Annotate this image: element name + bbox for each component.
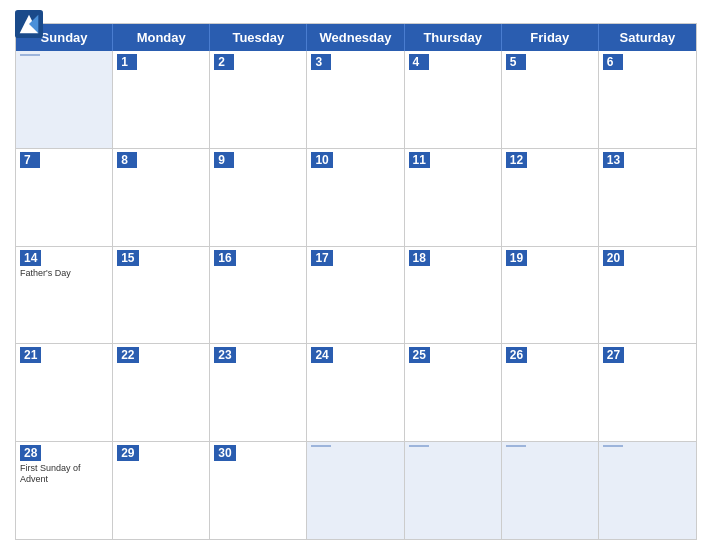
day-cell: 8 xyxy=(113,149,210,246)
day-number: 4 xyxy=(409,54,429,70)
calendar-page: SundayMondayTuesdayWednesdayThursdayFrid… xyxy=(0,0,712,550)
day-cell: 1 xyxy=(113,51,210,148)
weekday-header-thursday: Thursday xyxy=(405,24,502,51)
day-cell: 17 xyxy=(307,247,404,344)
day-number: 16 xyxy=(214,250,235,266)
day-cell: 14Father's Day xyxy=(16,247,113,344)
day-cell: 18 xyxy=(405,247,502,344)
day-number-empty xyxy=(20,54,40,56)
calendar-grid: SundayMondayTuesdayWednesdayThursdayFrid… xyxy=(15,23,697,540)
day-number: 30 xyxy=(214,445,235,461)
day-cell: 5 xyxy=(502,51,599,148)
day-cell: 13 xyxy=(599,149,696,246)
day-cell: 28First Sunday of Advent xyxy=(16,442,113,539)
week-row-5: 28First Sunday of Advent2930 xyxy=(16,442,696,539)
day-number: 8 xyxy=(117,152,137,168)
day-number: 28 xyxy=(20,445,41,461)
day-number: 21 xyxy=(20,347,41,363)
day-number: 5 xyxy=(506,54,526,70)
day-number: 22 xyxy=(117,347,138,363)
day-cell: 4 xyxy=(405,51,502,148)
day-cell: 21 xyxy=(16,344,113,441)
day-number: 7 xyxy=(20,152,40,168)
day-cell xyxy=(599,442,696,539)
calendar-weekdays: SundayMondayTuesdayWednesdayThursdayFrid… xyxy=(16,24,696,51)
logo-icon xyxy=(15,10,43,38)
day-number-empty xyxy=(311,445,331,447)
day-number: 2 xyxy=(214,54,234,70)
weekday-header-tuesday: Tuesday xyxy=(210,24,307,51)
week-row-2: 78910111213 xyxy=(16,149,696,247)
day-number: 29 xyxy=(117,445,138,461)
day-cell: 25 xyxy=(405,344,502,441)
week-row-3: 14Father's Day151617181920 xyxy=(16,247,696,345)
day-number: 13 xyxy=(603,152,624,168)
week-row-1: 123456 xyxy=(16,51,696,149)
day-cell xyxy=(307,442,404,539)
day-cell: 22 xyxy=(113,344,210,441)
day-number: 19 xyxy=(506,250,527,266)
day-cell: 26 xyxy=(502,344,599,441)
day-cell: 16 xyxy=(210,247,307,344)
day-cell: 10 xyxy=(307,149,404,246)
day-cell: 11 xyxy=(405,149,502,246)
day-number: 9 xyxy=(214,152,234,168)
day-cell: 24 xyxy=(307,344,404,441)
day-number: 14 xyxy=(20,250,41,266)
day-number: 11 xyxy=(409,152,430,168)
day-cell: 27 xyxy=(599,344,696,441)
day-number: 20 xyxy=(603,250,624,266)
calendar-body: 1234567891011121314Father's Day151617181… xyxy=(16,51,696,539)
day-cell xyxy=(502,442,599,539)
holiday-label: Father's Day xyxy=(20,268,108,279)
weekday-header-monday: Monday xyxy=(113,24,210,51)
day-cell: 19 xyxy=(502,247,599,344)
day-cell: 12 xyxy=(502,149,599,246)
day-number: 23 xyxy=(214,347,235,363)
day-cell: 15 xyxy=(113,247,210,344)
day-cell: 3 xyxy=(307,51,404,148)
logo xyxy=(15,10,46,38)
day-number: 6 xyxy=(603,54,623,70)
holiday-label: First Sunday of Advent xyxy=(20,463,108,485)
weekday-header-friday: Friday xyxy=(502,24,599,51)
week-row-4: 21222324252627 xyxy=(16,344,696,442)
day-number: 1 xyxy=(117,54,137,70)
calendar-header xyxy=(15,10,697,23)
day-number: 18 xyxy=(409,250,430,266)
day-cell: 20 xyxy=(599,247,696,344)
day-number: 27 xyxy=(603,347,624,363)
day-number: 12 xyxy=(506,152,527,168)
day-cell: 6 xyxy=(599,51,696,148)
day-cell: 7 xyxy=(16,149,113,246)
day-cell: 9 xyxy=(210,149,307,246)
day-number: 17 xyxy=(311,250,332,266)
day-number: 24 xyxy=(311,347,332,363)
weekday-header-wednesday: Wednesday xyxy=(307,24,404,51)
day-cell: 2 xyxy=(210,51,307,148)
day-number-empty xyxy=(409,445,429,447)
day-cell xyxy=(405,442,502,539)
day-cell: 23 xyxy=(210,344,307,441)
day-number: 15 xyxy=(117,250,138,266)
day-number: 25 xyxy=(409,347,430,363)
weekday-header-saturday: Saturday xyxy=(599,24,696,51)
day-number: 10 xyxy=(311,152,332,168)
day-cell: 29 xyxy=(113,442,210,539)
day-cell: 30 xyxy=(210,442,307,539)
day-number: 3 xyxy=(311,54,331,70)
day-number-empty xyxy=(506,445,526,447)
day-number: 26 xyxy=(506,347,527,363)
day-cell xyxy=(16,51,113,148)
day-number-empty xyxy=(603,445,623,447)
